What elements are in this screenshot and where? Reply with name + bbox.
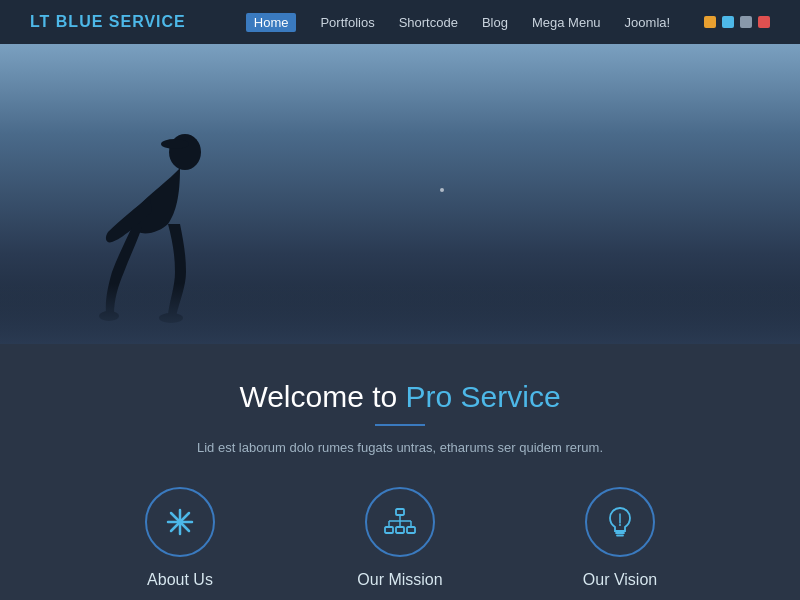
hero-dot (440, 188, 444, 192)
welcome-highlight: Pro Service (406, 380, 561, 413)
svg-point-20 (619, 524, 621, 526)
nav: Home Portfolios Shortcode Blog Mega Menu… (246, 13, 704, 32)
nav-item-home[interactable]: Home (246, 13, 297, 32)
features-row: About Us Lid est laborum dolo rumes fuga… (60, 487, 740, 600)
svg-rect-9 (385, 527, 393, 533)
svg-point-1 (161, 139, 189, 149)
svg-rect-10 (396, 527, 404, 533)
vision-title: Our Vision (583, 571, 657, 589)
header: LT BLUE SERVICE Home Portfolios Shortcod… (0, 0, 800, 44)
color-icon-4[interactable] (758, 16, 770, 28)
hero-overlay (0, 284, 800, 344)
logo[interactable]: LT BLUE SERVICE (30, 13, 186, 31)
nav-item-joomla[interactable]: Joomla! (625, 15, 671, 30)
nav-item-blog[interactable]: Blog (482, 15, 508, 30)
welcome-subtitle: Lid est laborum dolo rumes fugats untras… (60, 440, 740, 455)
nav-item-megamenu[interactable]: Mega Menu (532, 15, 601, 30)
lightbulb-icon (606, 506, 634, 538)
nav-item-portfolios[interactable]: Portfolios (320, 15, 374, 30)
welcome-divider (375, 424, 425, 426)
about-us-title: About Us (147, 571, 213, 589)
feature-our-mission: Our Mission Lid est laborum dolo rumes f… (300, 487, 500, 600)
nav-icons (704, 16, 770, 28)
color-icon-1[interactable] (704, 16, 716, 28)
vision-icon-circle (585, 487, 655, 557)
nav-item-shortcode[interactable]: Shortcode (399, 15, 458, 30)
mission-title: Our Mission (357, 571, 442, 589)
color-icon-2[interactable] (722, 16, 734, 28)
svg-rect-11 (407, 527, 415, 533)
hierarchy-icon (384, 508, 416, 536)
color-icon-3[interactable] (740, 16, 752, 28)
asterisk-icon (165, 507, 195, 537)
svg-rect-8 (396, 509, 404, 515)
feature-about-us: About Us Lid est laborum dolo rumes fuga… (80, 487, 280, 600)
about-us-icon-circle (145, 487, 215, 557)
welcome-title: Welcome to Pro Service (60, 380, 740, 414)
feature-our-vision: Our Vision Lid est laborum dolo rumes fu… (520, 487, 720, 600)
hero-section (0, 44, 800, 344)
mission-icon-circle (365, 487, 435, 557)
content-section: Welcome to Pro Service Lid est laborum d… (0, 344, 800, 600)
